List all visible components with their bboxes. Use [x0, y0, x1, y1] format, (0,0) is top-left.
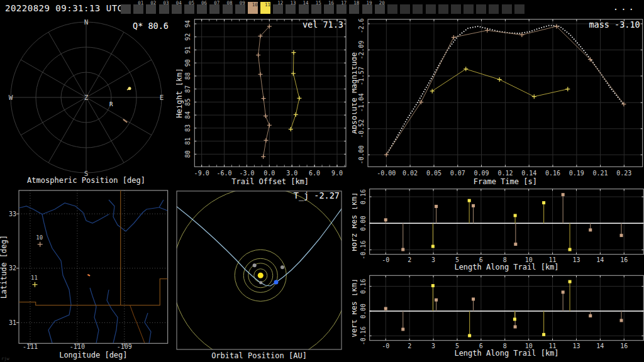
frame-thumb-15[interactable]: 15: [311, 4, 321, 14]
frame-thumb-12[interactable]: 12: [273, 4, 283, 14]
frame-number: 20: [379, 1, 385, 6]
planet-venus: [253, 263, 257, 267]
svg-text:81: 81: [184, 138, 191, 145]
svg-text:Q* 80.6: Q* 80.6: [133, 21, 169, 31]
frame-number: 17: [341, 1, 347, 6]
stem-series: [370, 280, 644, 337]
frame-thumb-slot-31[interactable]: [514, 4, 525, 14]
frame-thumb-slot-27[interactable]: [464, 4, 474, 14]
svg-text:Frame Time [s]: Frame Time [s]: [474, 177, 537, 186]
svg-text:-0.00: -0.00: [377, 170, 396, 177]
svg-text:91: 91: [184, 46, 191, 53]
frame-number: 14: [303, 1, 309, 6]
svg-text:Absolute Magnitude: Absolute Magnitude: [352, 52, 358, 134]
frame-thumb-16[interactable]: 16: [324, 4, 334, 14]
svg-text:Trail Offset [km]: Trail Offset [km]: [231, 177, 309, 186]
orbital-position-panel: T_j -2.27Orbital Position [AU]: [176, 187, 352, 362]
svg-text:0.09: 0.09: [474, 170, 489, 177]
series-station-2: [289, 50, 302, 131]
svg-text:6.0: 6.0: [309, 170, 320, 177]
svg-text:E: E: [160, 94, 164, 102]
frame-thumb-13[interactable]: 13: [286, 4, 296, 14]
frame-thumb-07[interactable]: 07: [209, 4, 219, 14]
frame-number: 15: [316, 1, 321, 6]
svg-text:-0: -0: [382, 256, 389, 263]
frame-number: 16: [328, 1, 334, 6]
svg-text:-1.57: -1.57: [358, 67, 365, 85]
frame-thumb-08[interactable]: 08: [223, 4, 233, 14]
frame-thumb-slot-21[interactable]: [387, 4, 397, 14]
overflow-menu[interactable]: ...: [613, 2, 636, 12]
frame-thumb-09[interactable]: 09: [235, 4, 245, 14]
svg-text:11: 11: [31, 275, 38, 281]
svg-text:14: 14: [596, 343, 604, 349]
frame-thumb-slot-26[interactable]: [451, 4, 461, 14]
svg-text:3.0: 3.0: [286, 170, 297, 177]
trail-offset-frame: -9.0-6.0-3.00.03.06.09.09492919088878584…: [176, 19, 346, 186]
frame-thumb-05[interactable]: 05: [184, 4, 194, 14]
frame-thumb-11[interactable]: 11: [260, 2, 270, 14]
svg-text:Longitude [deg]: Longitude [deg]: [59, 351, 127, 359]
svg-text:-2.09: -2.09: [358, 40, 365, 59]
frame-thumb-03[interactable]: 03: [159, 4, 169, 14]
svg-text:14: 14: [596, 256, 604, 263]
frame-thumb-slot-23[interactable]: [413, 4, 423, 14]
frame-number: 03: [164, 1, 169, 6]
frame-thumb-18[interactable]: 18: [349, 4, 359, 14]
frame-thumb-19[interactable]: 19: [362, 4, 372, 14]
svg-text:92: 92: [184, 33, 191, 41]
svg-text:0.23: 0.23: [616, 170, 631, 177]
frame-thumb-slot-0[interactable]: [121, 4, 131, 14]
svg-text:-0.00: -0.00: [358, 145, 365, 164]
vert-res-frame: -02356810111314160.160.00-0.16Length Alo…: [352, 275, 643, 358]
frame-thumb-14[interactable]: 14: [299, 4, 309, 14]
svg-text:-0.16: -0.16: [360, 241, 367, 260]
svg-text:85: 85: [184, 98, 191, 106]
svg-text:0.07: 0.07: [450, 170, 465, 177]
residuals-panel: -02356810111314160.160.00-0.16Length Alo…: [352, 187, 644, 362]
orbit-diagram: [176, 187, 349, 362]
meteor-point: [128, 87, 131, 90]
frame-thumb-01[interactable]: 01: [133, 4, 143, 14]
meteor-analysis-screen: 20220829 09:31:13 UTC 010203040506070809…: [0, 0, 644, 362]
frame-thumb-06[interactable]: 06: [197, 4, 207, 14]
frame-thumb-02[interactable]: 02: [146, 4, 156, 14]
svg-text:Z: Z: [84, 94, 89, 102]
frame-thumb-04[interactable]: 04: [172, 4, 182, 14]
frame-number: 05: [189, 1, 194, 6]
svg-text:Length Along Trail [km]: Length Along Trail [km]: [454, 349, 558, 358]
frame-thumb-slot-24[interactable]: [426, 4, 436, 14]
svg-text:13: 13: [572, 256, 580, 263]
frame-thumb-slot-30[interactable]: [502, 4, 512, 14]
frame-thumb-slot-22[interactable]: [400, 4, 410, 14]
svg-text:0.12: 0.12: [497, 170, 513, 177]
map-geography: [19, 190, 168, 343]
svg-text:-3.0: -3.0: [239, 170, 254, 177]
light-curve-panel: -0.000.020.050.070.090.120.140.160.190.2…: [352, 18, 644, 187]
frame-thumb-17[interactable]: 17: [336, 4, 347, 14]
frame-number: 01: [138, 1, 143, 6]
svg-text:Horz Res [km]: Horz Res [km]: [352, 192, 358, 251]
top-bar: 20220829 09:31:13 UTC 010203040506070809…: [0, 0, 644, 18]
svg-text:94: 94: [184, 20, 191, 28]
frame-thumb-slot-28[interactable]: [476, 4, 486, 14]
svg-text:-0.52: -0.52: [358, 119, 365, 138]
frame-thumb-slot-25[interactable]: [438, 4, 448, 14]
svg-text:T_j -2.27: T_j -2.27: [294, 190, 340, 201]
svg-text:80: 80: [184, 150, 191, 158]
svg-text:32: 32: [9, 265, 16, 272]
frame-thumb-slot-29[interactable]: [489, 4, 499, 14]
svg-text:3: 3: [431, 256, 435, 263]
svg-text:Height [km]: Height [km]: [176, 68, 184, 118]
svg-text:0.21: 0.21: [593, 170, 608, 177]
planet-mercury: [259, 281, 262, 284]
watermark: rjw: [1, 356, 9, 361]
frame-number: 02: [150, 1, 156, 6]
svg-text:0.05: 0.05: [426, 170, 441, 177]
horz-res-frame: -02356810111314160.160.00-0.16Length Alo…: [352, 189, 643, 272]
planet-mars: [280, 265, 284, 269]
frame-thumb-20[interactable]: 20: [375, 4, 385, 14]
frame-thumb-10[interactable]: 10: [248, 2, 258, 14]
svg-text:31: 31: [9, 319, 16, 326]
ground-map-frame: -111-110-109333231Longitude [deg]Latitud…: [0, 190, 168, 359]
